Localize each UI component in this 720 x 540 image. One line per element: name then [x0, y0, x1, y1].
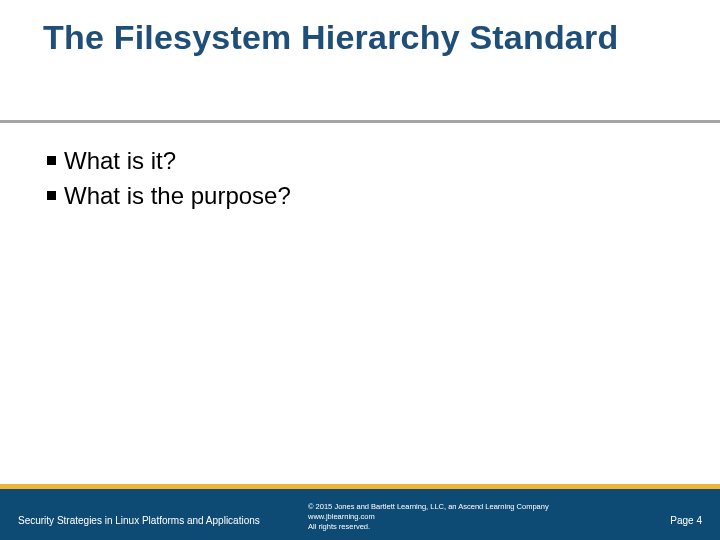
footer-legal-line3: All rights reserved.	[308, 522, 549, 532]
bullet-list: What is it? What is the purpose?	[47, 144, 657, 214]
slide: The Filesystem Hierarchy Standard What i…	[0, 0, 720, 540]
footer-course-title: Security Strategies in Linux Platforms a…	[18, 515, 260, 526]
title-underline	[0, 120, 720, 123]
slide-title: The Filesystem Hierarchy Standard	[43, 18, 673, 57]
list-item: What is the purpose?	[47, 179, 657, 214]
footer-legal: © 2015 Jones and Bartlett Learning, LLC,…	[308, 502, 549, 532]
bullet-square-icon	[47, 156, 56, 165]
bullet-text: What is the purpose?	[64, 179, 291, 214]
bullet-square-icon	[47, 191, 56, 200]
bullet-text: What is it?	[64, 144, 176, 179]
list-item: What is it?	[47, 144, 657, 179]
footer: Security Strategies in Linux Platforms a…	[0, 482, 720, 540]
footer-legal-line2: www.jblearning.com	[308, 512, 549, 522]
footer-page-number: Page 4	[670, 515, 702, 526]
footer-legal-line1: © 2015 Jones and Bartlett Learning, LLC,…	[308, 502, 549, 512]
